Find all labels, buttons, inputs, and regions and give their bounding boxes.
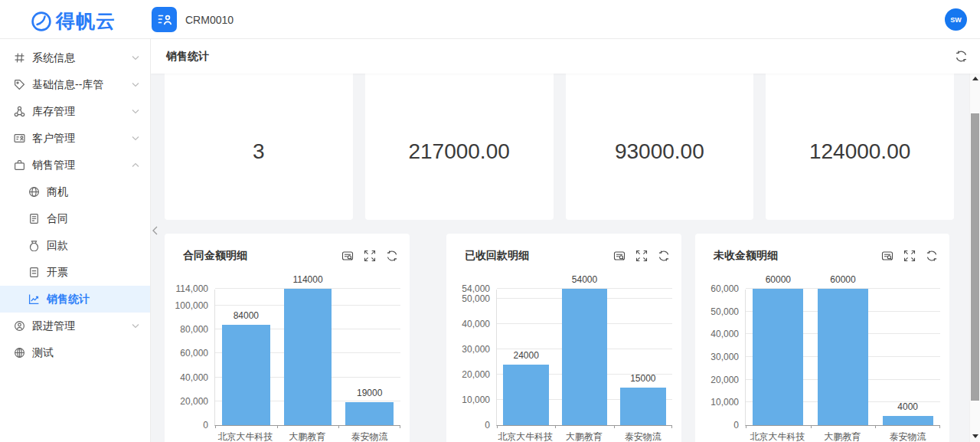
tab-crm0010[interactable]: CRM0010 (152, 7, 234, 32)
bar-value-label: 24000 (513, 350, 538, 361)
refresh-icon[interactable] (658, 250, 670, 262)
bar (222, 325, 270, 425)
scrollbar-up-arrow-icon[interactable] (972, 77, 978, 80)
scrollbar-thumb[interactable] (971, 113, 979, 401)
bar-slot: 60000 (746, 290, 811, 425)
stat-value: 217000.00 (408, 139, 509, 164)
sidebar-item-sales[interactable]: 销售管理 (0, 152, 150, 178)
x-axis-tick (614, 425, 615, 428)
bar-slot: 54000 (555, 290, 613, 425)
sidebar-item-test[interactable]: 测试 (0, 339, 150, 366)
globe-icon (28, 186, 40, 198)
bar-value-label: 84000 (234, 310, 259, 321)
x-axis-labels: 北京大牛科技大鹏教育泰安物流 (214, 431, 400, 442)
sidebar-item-label: 销售统计 (47, 293, 139, 306)
dashboard-content: 3 217000.00 93000.00 124000.00 合同金额明细 (151, 74, 969, 442)
chart-header: 已收回款明细 (446, 234, 681, 264)
sidebar-item-customer[interactable]: 客户管理 (0, 125, 150, 152)
x-category-label: 大鹏教育 (276, 431, 338, 442)
stat-card: 217000.00 (365, 74, 554, 220)
y-tick-label: 0 (485, 421, 497, 430)
bar-value-label: 4000 (897, 401, 918, 412)
chart-card-unreceived-amount: 未收金额明细 010,00020,00030,00040,00050,00060… (695, 234, 949, 442)
x-category-label: 北京大牛科技 (214, 431, 276, 442)
defan-cloud-logo-icon (31, 11, 52, 32)
bar (284, 289, 332, 425)
bar-slot: 84000 (215, 290, 277, 425)
chevron-up-icon (132, 162, 139, 168)
y-tick-label: 54,000 (462, 284, 497, 293)
sidebar-item-label: 销售管理 (32, 159, 132, 172)
sidebar-item-label: 跟进管理 (32, 319, 132, 333)
chart-title: 未收金额明细 (714, 249, 871, 263)
sidebar-item-basic-info[interactable]: 基础信息--库管 (0, 71, 150, 98)
bar (818, 289, 868, 425)
sidebar-subitem-opportunity[interactable]: 商机 (0, 178, 150, 205)
y-tick-label: 40,000 (710, 329, 746, 339)
person-icon (14, 320, 25, 332)
data-view-icon[interactable] (613, 250, 626, 262)
refresh-icon[interactable] (386, 250, 398, 262)
bar-chart-plot: 010,00020,00030,00040,00050,00060,000600… (745, 290, 940, 426)
sidebar-collapse-handle[interactable] (152, 225, 158, 239)
sidebar-subitem-sales-stats[interactable]: 销售统计 (0, 286, 150, 313)
x-axis-tick (400, 425, 400, 428)
logo-link[interactable]: 得帆云 (31, 8, 116, 34)
briefcase-icon (14, 159, 25, 171)
x-axis-labels: 北京大牛科技大鹏教育泰安物流 (496, 431, 672, 442)
idcard-icon (14, 133, 25, 144)
y-tick-label: 0 (203, 421, 215, 430)
bar-value-label: 60000 (830, 274, 855, 285)
x-axis-tick (277, 425, 278, 428)
chart-card-contract-amount: 合同金额明细 020,00040,00060,00080,000100,0001… (165, 234, 410, 442)
y-tick-label: 10,000 (710, 398, 746, 407)
sidebar-item-label: 测试 (32, 346, 139, 360)
sidebar-subitem-contract[interactable]: 合同 (0, 205, 150, 232)
main-area: 销售统计 3 217000.00 93000.00 124000.00 (151, 39, 980, 442)
fullscreen-icon[interactable] (364, 250, 376, 262)
bars-group: 8400011400019000 (215, 290, 400, 425)
chart-icon (28, 293, 40, 305)
sidebar-item-label: 客户管理 (32, 132, 132, 146)
data-view-icon[interactable] (881, 250, 893, 262)
x-axis-tick (811, 425, 812, 428)
sidebar-item-label: 开票 (47, 266, 139, 280)
stat-card: 3 (165, 74, 353, 220)
sidebar-item-inventory[interactable]: 库存管理 (0, 98, 150, 125)
x-category-label: 北京大牛科技 (745, 431, 810, 442)
y-tick-label: 80,000 (180, 325, 215, 334)
x-axis-labels: 北京大牛科技大鹏教育泰安物流 (745, 431, 940, 442)
bar-slot: 19000 (338, 290, 400, 425)
stat-value: 3 (253, 139, 265, 164)
vertical-scrollbar[interactable] (969, 74, 980, 442)
scrollbar-down-arrow-icon[interactable] (972, 434, 978, 438)
fullscreen-icon[interactable] (903, 250, 916, 262)
y-tick-label: 114,000 (176, 284, 216, 293)
sidebar-item-label: 库存管理 (32, 105, 132, 119)
app-header: 得帆云 CRM0010 SW (0, 0, 980, 39)
refresh-icon[interactable] (955, 50, 968, 63)
sidebar-nav: 系统信息 基础信息--库管 库存管理 客户管理 销售管理 商机 合同 回款 开票 (0, 39, 151, 442)
sidebar-item-followup[interactable]: 跟进管理 (0, 313, 150, 339)
cluster-icon (14, 106, 25, 117)
data-view-icon[interactable] (341, 250, 354, 262)
user-avatar[interactable]: SW (945, 8, 967, 31)
sidebar-subitem-payment[interactable]: 回款 (0, 232, 150, 259)
sidebar-subitem-invoice[interactable]: 开票 (0, 259, 150, 286)
bar-value-label: 60000 (766, 274, 791, 285)
y-tick-label: 0 (733, 421, 746, 430)
fullscreen-icon[interactable] (635, 250, 648, 262)
chevron-down-icon (132, 323, 139, 329)
bar (620, 388, 666, 425)
sidebar-item-label: 合同 (47, 212, 139, 226)
sidebar-item-system-info[interactable]: 系统信息 (0, 44, 150, 71)
x-category-label: 泰安物流 (338, 431, 400, 442)
refresh-icon[interactable] (926, 250, 938, 262)
x-axis-tick (875, 425, 876, 428)
moneybag-icon (28, 240, 40, 251)
globe-grid-icon (14, 347, 25, 359)
bar (345, 402, 394, 425)
bar (753, 289, 803, 425)
bar (883, 416, 933, 425)
chart-header: 合同金额明细 (165, 234, 410, 264)
